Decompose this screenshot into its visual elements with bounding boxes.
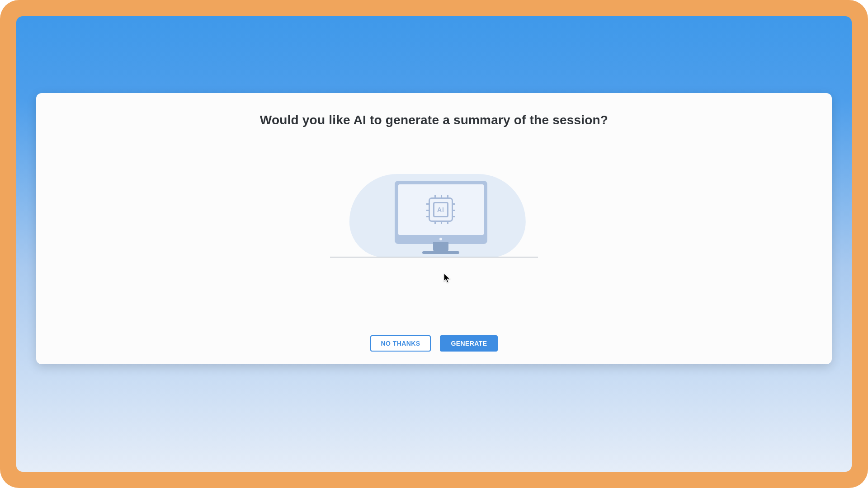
no-thanks-button[interactable]: NO THANKS bbox=[370, 335, 431, 352]
dialog-title: Would you like AI to generate a summary … bbox=[260, 113, 608, 127]
ground-line bbox=[330, 257, 538, 258]
ai-summary-dialog: Would you like AI to generate a summary … bbox=[36, 93, 832, 364]
dialog-actions: NO THANKS GENERATE bbox=[370, 335, 498, 352]
ai-computer-illustration: AI bbox=[330, 166, 538, 266]
outer-frame: Would you like AI to generate a summary … bbox=[0, 0, 868, 488]
ai-chip-label: AI bbox=[433, 202, 448, 217]
background-panel: Would you like AI to generate a summary … bbox=[16, 16, 852, 472]
generate-button[interactable]: GENERATE bbox=[440, 335, 498, 352]
monitor-icon: AI bbox=[395, 181, 487, 254]
ai-chip-icon: AI bbox=[429, 197, 453, 222]
